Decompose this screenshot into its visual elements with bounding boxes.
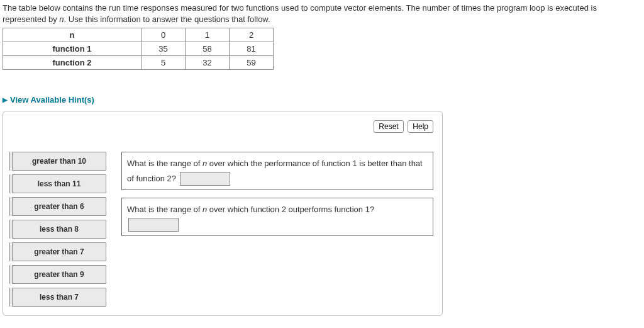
header-n: n [3, 28, 142, 42]
cell: 59 [230, 56, 274, 70]
table-row: function 1 35 58 81 [3, 42, 274, 56]
q2-text-a: What is the range of [127, 205, 203, 214]
col-1: 1 [186, 28, 230, 42]
options-column: greater than 10 less than 11 greater tha… [12, 152, 106, 307]
option-greater-than-10[interactable]: greater than 10 [12, 152, 106, 171]
cell: 5 [142, 56, 186, 70]
answer-panel: Reset Help greater than 10 less than 11 … [3, 111, 443, 316]
cell: 81 [230, 42, 274, 56]
prompt-n: n [59, 14, 64, 24]
question-1-box: What is the range of n over which the pe… [121, 152, 433, 190]
table-row: function 2 5 32 59 [3, 56, 274, 70]
option-less-than-11[interactable]: less than 11 [12, 174, 106, 193]
option-less-than-8[interactable]: less than 8 [12, 220, 106, 239]
view-hints-toggle[interactable]: ▶ View Available Hint(s) [3, 95, 94, 105]
cell: 32 [186, 56, 230, 70]
reset-button[interactable]: Reset [374, 120, 403, 133]
prompt-part-b: . Use this information to answer the que… [64, 14, 270, 24]
option-greater-than-6[interactable]: greater than 6 [12, 197, 106, 216]
chevron-right-icon: ▶ [3, 96, 8, 103]
option-greater-than-7[interactable]: greater than 7 [12, 242, 106, 261]
questions-column: What is the range of n over which the pe… [121, 152, 433, 236]
cell: 35 [142, 42, 186, 56]
col-0: 0 [142, 28, 186, 42]
hints-label: View Available Hint(s) [10, 95, 94, 105]
data-table: n 0 1 2 function 1 35 58 81 function 2 5… [3, 28, 274, 70]
row-label-2: function 2 [3, 56, 142, 70]
drop-slot-q1[interactable] [180, 172, 230, 186]
table-row: n 0 1 2 [3, 28, 274, 42]
col-2: 2 [230, 28, 274, 42]
help-button[interactable]: Help [408, 120, 433, 133]
cell: 58 [186, 42, 230, 56]
question-2-box: What is the range of n over which functi… [121, 198, 433, 236]
drop-slot-q2[interactable] [128, 218, 179, 232]
option-less-than-7[interactable]: less than 7 [12, 288, 106, 307]
q2-text-b: over which function 2 outperforms functi… [207, 205, 374, 214]
option-greater-than-9[interactable]: greater than 9 [12, 265, 106, 284]
question-prompt: The table below contains the run time re… [3, 3, 641, 25]
row-label-1: function 1 [3, 42, 142, 56]
q1-text-a: What is the range of [127, 159, 203, 168]
